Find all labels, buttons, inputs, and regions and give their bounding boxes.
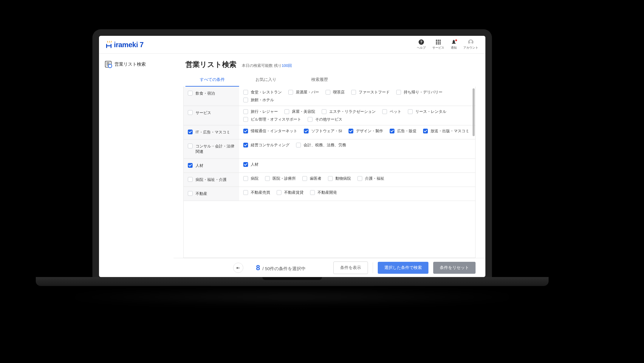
child-checkbox[interactable]	[351, 90, 356, 95]
child-item[interactable]: 病院	[243, 176, 258, 181]
child-item[interactable]: 医院・診療所	[265, 176, 296, 181]
child-checkbox[interactable]	[265, 176, 270, 181]
child-checkbox[interactable]	[288, 90, 293, 95]
reset-button[interactable]: 条件をリセット	[433, 262, 476, 274]
category-row: IT・広告・マスコミ情報通信・インターネットソフトウェア・SIデザイン・製作広告…	[184, 125, 475, 139]
child-item[interactable]: ソフトウェア・SI	[304, 128, 342, 134]
child-item[interactable]: ビル管理・オフィスサポート	[243, 117, 301, 122]
child-item[interactable]: 持ち帰り・デリバリー	[396, 90, 442, 95]
show-conditions-button[interactable]: 条件を表示	[333, 262, 368, 274]
category-label[interactable]: 飲食・宿泊	[184, 87, 239, 106]
category-panel: 飲食・宿泊食堂・レストラン居酒屋・バー喫茶店ファーストフード持ち帰り・デリバリー…	[183, 87, 476, 258]
child-checkbox[interactable]	[277, 190, 281, 195]
child-item[interactable]: 歯医者	[302, 176, 321, 181]
child-checkbox[interactable]	[243, 117, 248, 122]
page-title: 営業リスト検索	[185, 60, 236, 69]
category-checkbox[interactable]	[188, 110, 193, 115]
category-checkbox[interactable]	[188, 177, 193, 182]
child-item[interactable]: 経営コンサルティング	[243, 142, 290, 148]
child-item[interactable]: 旅行・レジャー	[243, 109, 278, 114]
child-item[interactable]: 喫茶店	[326, 90, 345, 95]
child-label-text: 病院	[251, 176, 258, 181]
child-checkbox[interactable]	[382, 109, 387, 114]
child-checkbox[interactable]	[328, 176, 333, 181]
child-checkbox[interactable]	[243, 129, 248, 133]
category-label[interactable]: 不動産	[184, 187, 239, 201]
child-checkbox[interactable]	[243, 90, 248, 95]
tab-favorites[interactable]: お気に入り	[239, 73, 293, 87]
child-checkbox[interactable]	[243, 190, 248, 195]
child-checkbox[interactable]	[243, 143, 248, 147]
child-item[interactable]: ペット	[382, 109, 401, 114]
services-button[interactable]: サービス	[432, 39, 444, 50]
search-button[interactable]: 選択した条件で検索	[378, 262, 428, 274]
child-item[interactable]: リース・レンタル	[408, 109, 446, 114]
category-label[interactable]: 病院・福祉・介護	[184, 173, 239, 187]
child-checkbox[interactable]	[322, 109, 326, 114]
child-item[interactable]: 放送・出版・マスコミ	[423, 128, 469, 134]
child-label-text: 床屋・美容院	[292, 109, 315, 114]
category-label[interactable]: コンサル・会計・法律関連	[184, 139, 239, 159]
child-checkbox[interactable]	[302, 176, 307, 181]
collapse-sidebar-button[interactable]: ⇤	[233, 263, 243, 273]
child-item[interactable]: 介護・福祉	[357, 176, 384, 181]
child-checkbox[interactable]	[296, 143, 301, 147]
sidebar-item-sales-list-search[interactable]: 営業リスト検索	[104, 59, 169, 69]
child-checkbox[interactable]	[284, 109, 289, 114]
help-button[interactable]: ? ヘルプ	[417, 39, 426, 50]
child-item[interactable]: 不動産売買	[243, 190, 270, 195]
tab-all-conditions[interactable]: すべての条件	[185, 73, 239, 87]
child-checkbox[interactable]	[243, 176, 248, 181]
child-item[interactable]: デザイン・製作	[349, 128, 383, 134]
child-item[interactable]: 動物病院	[328, 176, 351, 181]
child-checkbox[interactable]	[423, 129, 428, 133]
category-checkbox[interactable]	[188, 144, 193, 148]
tab-history[interactable]: 検索履歴	[293, 73, 346, 87]
child-label-text: その他サービス	[315, 117, 342, 122]
child-label-text: 食堂・レストラン	[251, 90, 282, 95]
category-label[interactable]: 人材	[184, 159, 239, 173]
child-item[interactable]: 居酒屋・バー	[288, 90, 319, 95]
category-label[interactable]: IT・広告・マスコミ	[184, 125, 239, 139]
child-checkbox[interactable]	[243, 98, 248, 102]
child-item[interactable]: 不動産賃貸	[277, 190, 304, 195]
child-checkbox[interactable]	[396, 90, 401, 95]
child-checkbox[interactable]	[390, 129, 394, 133]
notifications-button[interactable]: 通知	[451, 39, 457, 50]
child-item[interactable]: 広告・販促	[390, 128, 417, 134]
category-label-text: 不動産	[196, 191, 207, 196]
category-row: 不動産不動産売買不動産賃貸不動産開発	[184, 187, 475, 201]
child-item[interactable]: 不動産開発	[310, 190, 337, 195]
child-checkbox[interactable]	[304, 129, 309, 133]
child-checkbox[interactable]	[326, 90, 330, 95]
child-checkbox[interactable]	[349, 129, 353, 133]
category-checkbox[interactable]	[188, 191, 193, 196]
child-checkbox[interactable]	[308, 117, 312, 122]
category-checkbox[interactable]	[188, 163, 193, 168]
child-checkbox[interactable]	[243, 162, 248, 167]
child-item[interactable]: 会計、税務、法務、労務	[296, 142, 346, 148]
category-label-text: 飲食・宿泊	[196, 91, 215, 96]
child-item[interactable]: 食堂・レストラン	[243, 90, 282, 95]
child-item[interactable]: 人材	[243, 162, 258, 167]
category-children: 不動産売買不動産賃貸不動産開発	[239, 187, 475, 201]
child-item[interactable]: エステ・リラクゼーション	[322, 109, 376, 114]
category-label-text: コンサル・会計・法律関連	[196, 144, 235, 154]
app-logo[interactable]: irameki 7	[106, 41, 144, 49]
child-checkbox[interactable]	[357, 176, 362, 181]
category-checkbox[interactable]	[188, 91, 193, 96]
child-item[interactable]: 情報通信・インターネット	[243, 128, 297, 134]
child-checkbox[interactable]	[310, 190, 315, 195]
account-button[interactable]: アカウント	[463, 39, 478, 50]
child-item[interactable]: ファーストフード	[351, 90, 390, 95]
help-icon: ?	[419, 39, 424, 45]
child-checkbox[interactable]	[243, 109, 248, 114]
child-label-text: 喫茶店	[333, 90, 345, 95]
child-item[interactable]: その他サービス	[308, 117, 342, 122]
child-item[interactable]: 旅館・ホテル	[243, 97, 274, 103]
scrollbar[interactable]	[473, 88, 475, 136]
child-checkbox[interactable]	[408, 109, 413, 114]
category-label[interactable]: サービス	[184, 106, 239, 125]
child-item[interactable]: 床屋・美容院	[284, 109, 315, 114]
category-checkbox[interactable]	[188, 130, 193, 134]
